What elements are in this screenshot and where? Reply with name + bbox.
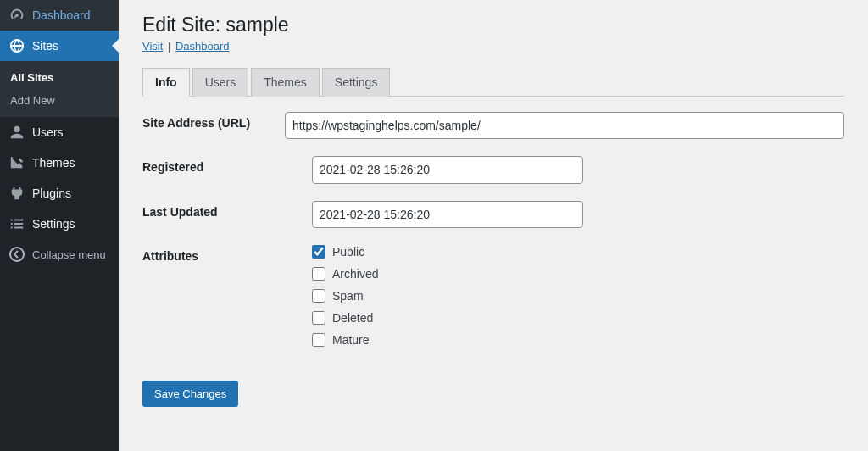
sidebar-item-label: Settings (32, 217, 75, 231)
sidebar-item-sites[interactable]: Sites (0, 31, 119, 61)
row-attributes: Attributes Public Archived Spam Deleted (142, 245, 844, 347)
dashboard-icon (8, 7, 25, 24)
last-updated-input[interactable] (312, 201, 583, 228)
checkbox-archived[interactable] (312, 267, 326, 281)
row-registered: Registered (142, 156, 844, 183)
last-updated-label: Last Updated (142, 201, 312, 219)
label-deleted[interactable]: Deleted (332, 311, 373, 325)
sidebar-submenu-sites: All Sites Add New (0, 61, 119, 117)
dashboard-link[interactable]: Dashboard (175, 40, 230, 53)
admin-sidebar: Dashboard Sites All Sites Add New Users … (0, 0, 119, 451)
sidebar-item-label: Sites (32, 39, 58, 53)
sidebar-item-label: Users (32, 125, 64, 139)
label-spam[interactable]: Spam (332, 289, 364, 303)
themes-icon (8, 154, 25, 171)
label-public[interactable]: Public (332, 245, 364, 259)
sidebar-item-label: Plugins (32, 187, 71, 200)
settings-icon (8, 215, 25, 232)
separator: | (168, 40, 170, 53)
checkbox-mature[interactable] (312, 333, 326, 347)
label-archived[interactable]: Archived (332, 267, 378, 281)
header-links: Visit | Dashboard (142, 40, 844, 53)
tab-themes[interactable]: Themes (251, 68, 320, 97)
sidebar-item-plugins[interactable]: Plugins (0, 178, 119, 209)
checkbox-deleted[interactable] (312, 311, 326, 325)
checkbox-public[interactable] (312, 245, 326, 259)
sidebar-item-settings[interactable]: Settings (0, 209, 119, 239)
tab-info[interactable]: Info (142, 68, 190, 97)
sidebar-item-label: Themes (32, 156, 75, 170)
label-mature[interactable]: Mature (332, 333, 370, 347)
collapse-menu[interactable]: Collapse menu (0, 239, 119, 270)
svg-point-0 (10, 248, 24, 261)
row-site-address: Site Address (URL) (142, 112, 844, 139)
tab-nav: Info Users Themes Settings (142, 68, 844, 97)
registered-label: Registered (142, 156, 312, 174)
plugins-icon (8, 185, 25, 202)
page-title: Edit Site: sample (142, 14, 844, 36)
tab-settings[interactable]: Settings (322, 68, 391, 97)
sidebar-item-label: Dashboard (32, 8, 91, 22)
attributes-list: Public Archived Spam Deleted Mature (312, 245, 844, 347)
sidebar-item-users[interactable]: Users (0, 117, 119, 148)
collapse-label: Collapse menu (32, 248, 106, 261)
collapse-icon (8, 246, 25, 263)
row-last-updated: Last Updated (142, 201, 844, 228)
users-icon (8, 124, 25, 141)
registered-input[interactable] (312, 156, 583, 183)
checkbox-spam[interactable] (312, 289, 326, 303)
save-changes-button[interactable]: Save Changes (142, 381, 238, 407)
main-content: Edit Site: sample Visit | Dashboard Info… (119, 0, 868, 451)
tab-users[interactable]: Users (192, 68, 249, 97)
site-address-label: Site Address (URL) (142, 112, 285, 130)
sidebar-subitem-all-sites[interactable]: All Sites (0, 66, 119, 89)
sidebar-subitem-add-new[interactable]: Add New (0, 89, 119, 112)
sidebar-item-dashboard[interactable]: Dashboard (0, 0, 119, 31)
site-address-input[interactable] (285, 112, 844, 139)
sites-icon (8, 37, 25, 54)
sidebar-item-themes[interactable]: Themes (0, 148, 119, 178)
attributes-label: Attributes (142, 245, 312, 263)
visit-link[interactable]: Visit (142, 40, 163, 53)
